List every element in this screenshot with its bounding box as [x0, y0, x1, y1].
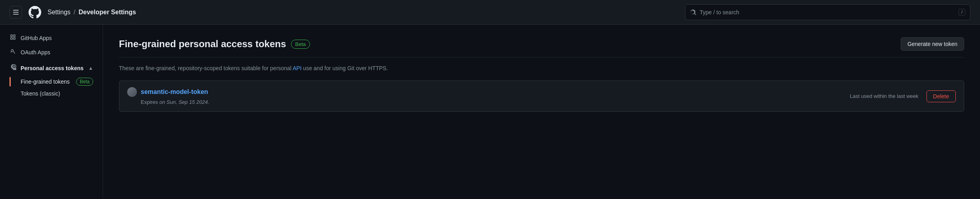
sidebar-item-oauth-apps[interactable]: OAuth Apps [3, 45, 100, 59]
sidebar-item-pat[interactable]: Personal access tokens ▲ [3, 61, 100, 75]
sidebar-section-apps: GitHub Apps OAuth Apps [0, 31, 103, 59]
avatar [127, 87, 137, 97]
api-link[interactable]: API [293, 65, 302, 71]
sidebar-sub-item-fine-grained-label: Fine-grained tokens [21, 78, 70, 85]
breadcrumb-current: Developer Settings [78, 9, 136, 16]
token-right: Last used within the last week Delete [850, 90, 956, 102]
hamburger-button[interactable] [10, 6, 22, 19]
nav-left: Settings / Developer Settings [10, 6, 136, 19]
breadcrumb-settings[interactable]: Settings [48, 9, 71, 16]
sidebar-sub-item-tokens-classic-label: Tokens (classic) [21, 90, 60, 97]
page-description: These are fine-grained, repository-scope… [119, 64, 964, 73]
chevron-up-icon: ▲ [88, 65, 93, 71]
person-icon [10, 48, 17, 56]
token-expiry-date: on Sun, Sep 15 2024 [159, 99, 208, 105]
search-shortcut: / [959, 9, 965, 16]
token-name[interactable]: semantic-model-token [141, 88, 208, 96]
pat-left: Personal access tokens [10, 64, 84, 72]
search-icon [690, 9, 697, 15]
search-bar[interactable]: Type / to search / [685, 4, 970, 20]
delete-token-button[interactable]: Delete [926, 90, 956, 102]
page-beta-badge: Beta [291, 40, 310, 49]
description-rest: use and for using Git over HTTPS. [302, 65, 388, 71]
sidebar-item-oauth-apps-label: OAuth Apps [21, 49, 50, 55]
key-icon [10, 64, 17, 72]
main-content: Fine-grained personal access tokens Beta… [103, 25, 980, 199]
token-info: semantic-model-token Expires on Sun, Sep… [127, 87, 209, 105]
generate-new-token-button[interactable]: Generate new token [901, 37, 964, 51]
token-card: semantic-model-token Expires on Sun, Sep… [119, 80, 964, 112]
page-layout: GitHub Apps OAuth Apps Personal access [0, 25, 980, 199]
token-header: semantic-model-token [127, 87, 209, 97]
token-expiry: Expires on Sun, Sep 15 2024. [127, 99, 209, 105]
description-text: These are fine-grained, repository-scope… [119, 65, 293, 71]
fine-grained-beta-badge: Beta [76, 78, 93, 86]
sidebar-sub-item-fine-grained[interactable]: Fine-grained tokens Beta [6, 75, 100, 88]
avatar-image [127, 87, 137, 97]
page-title-area: Fine-grained personal access tokens Beta [119, 38, 310, 50]
breadcrumb: Settings / Developer Settings [48, 9, 136, 16]
page-title: Fine-grained personal access tokens [119, 38, 286, 50]
github-logo-icon [29, 6, 41, 19]
token-expiry-suffix: . [208, 99, 209, 105]
token-expiry-prefix: Expires [141, 99, 159, 105]
top-navigation: Settings / Developer Settings Type / to … [0, 0, 980, 25]
sidebar-item-github-apps-label: GitHub Apps [21, 35, 52, 41]
sidebar: GitHub Apps OAuth Apps Personal access [0, 25, 103, 199]
search-placeholder: Type / to search [700, 9, 739, 15]
breadcrumb-separator: / [74, 9, 75, 16]
sidebar-sub-items: Fine-grained tokens Beta Tokens (classic… [0, 75, 103, 99]
sidebar-item-pat-label: Personal access tokens [21, 65, 84, 71]
token-last-used: Last used within the last week [850, 93, 919, 99]
grid-icon [10, 34, 17, 42]
hamburger-icon [13, 9, 19, 15]
page-header: Fine-grained personal access tokens Beta… [119, 37, 964, 57]
sidebar-item-github-apps[interactable]: GitHub Apps [3, 31, 100, 45]
sidebar-sub-item-tokens-classic[interactable]: Tokens (classic) [6, 88, 100, 99]
